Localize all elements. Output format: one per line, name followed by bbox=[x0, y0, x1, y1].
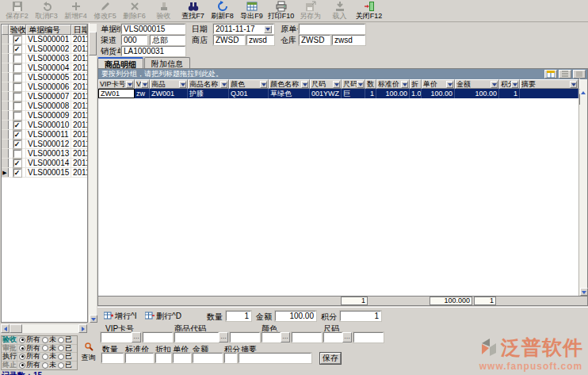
hscroll-thumb[interactable] bbox=[10, 324, 22, 333]
radio-done[interactable] bbox=[58, 345, 64, 351]
vip-name-input[interactable] bbox=[143, 332, 173, 342]
filter-arrow-icon[interactable] bbox=[141, 81, 148, 88]
size-name-input[interactable] bbox=[353, 332, 384, 342]
cell-discount[interactable]: 1.00 bbox=[410, 89, 422, 98]
tab-product-detail[interactable]: 商品明细 bbox=[97, 57, 143, 69]
cell-color-name[interactable]: 草绿色 bbox=[269, 89, 310, 98]
color-input[interactable] bbox=[262, 332, 281, 342]
vip-card-input[interactable] bbox=[101, 332, 132, 342]
color-name-input[interactable] bbox=[292, 332, 322, 342]
cell-size[interactable]: 001YWZ bbox=[310, 89, 342, 98]
vip-card-browse-button[interactable]: … bbox=[132, 332, 141, 342]
scroll-down-arrow[interactable] bbox=[90, 315, 97, 323]
sku-name-input[interactable] bbox=[230, 332, 260, 342]
filter-arrow-icon[interactable] bbox=[333, 81, 340, 88]
filter-arrow-icon[interactable] bbox=[179, 81, 186, 88]
date-combobox[interactable]: 2011-11-17 bbox=[213, 24, 274, 34]
scroll-down-arrow[interactable] bbox=[580, 288, 588, 296]
scroll-left-arrow[interactable] bbox=[1, 324, 10, 333]
col-header-qty[interactable]: 数 bbox=[365, 79, 376, 89]
points-input[interactable] bbox=[224, 353, 237, 363]
col-header-product[interactable]: 商品 bbox=[150, 79, 188, 89]
load-button[interactable]: 载入 bbox=[325, 0, 354, 21]
discount-input[interactable] bbox=[155, 353, 171, 363]
size-browse-button[interactable]: … bbox=[342, 332, 352, 342]
filter-arrow-icon[interactable] bbox=[570, 81, 577, 88]
accept-checkbox[interactable] bbox=[13, 112, 21, 120]
add-button[interactable]: 新增F4 bbox=[61, 0, 90, 21]
accept-checkbox[interactable] bbox=[13, 64, 21, 72]
col-header-points[interactable]: 积分 bbox=[499, 79, 520, 89]
accept-button[interactable]: 验收 bbox=[149, 0, 178, 21]
radio-done[interactable] bbox=[58, 354, 64, 360]
document-list-row[interactable]: ✓ VLS000002 2011-1 bbox=[2, 44, 87, 54]
scroll-up-arrow[interactable] bbox=[579, 78, 587, 105]
cell-product-name[interactable]: 护膝 bbox=[188, 89, 229, 98]
doc-no-input[interactable] bbox=[121, 24, 185, 34]
radio-done[interactable] bbox=[58, 362, 64, 369]
cell-amount[interactable]: 100.00 bbox=[455, 89, 499, 98]
delete-button[interactable]: 删除F6 bbox=[120, 0, 149, 21]
cancel-button[interactable]: 取消F3 bbox=[32, 0, 61, 21]
tab-extra-info[interactable]: 附加信息 bbox=[144, 57, 190, 69]
filter-arrow-icon[interactable] bbox=[220, 81, 227, 88]
doc-no-column-header[interactable]: 单据编号 bbox=[26, 25, 71, 35]
shop-name-input[interactable] bbox=[246, 35, 274, 45]
document-list-row[interactable]: VLS000008 2011-1 bbox=[2, 101, 87, 111]
check-column-header[interactable]: 验收 bbox=[9, 25, 26, 35]
col-header-price[interactable]: 单价 bbox=[422, 79, 455, 89]
radio-all[interactable] bbox=[19, 345, 25, 351]
col-header-size[interactable]: 尺码 bbox=[310, 79, 342, 89]
modify-button[interactable]: 修改F5 bbox=[90, 0, 120, 21]
col-header-discount[interactable]: 折 bbox=[410, 79, 422, 89]
sales-no-input[interactable] bbox=[121, 46, 185, 56]
cell-memo[interactable] bbox=[520, 89, 578, 98]
column-select-button[interactable] bbox=[544, 70, 557, 78]
accept-checkbox[interactable] bbox=[13, 150, 21, 158]
document-list-row[interactable]: VLS000006 2011-1 bbox=[2, 82, 87, 92]
accept-checkbox[interactable] bbox=[13, 102, 21, 110]
grid-selected-row[interactable]: ZW01 zw ZW001 护膝 QJ01 草绿色 001YWZ 巨 1 100… bbox=[98, 89, 578, 98]
radio-not[interactable] bbox=[42, 354, 48, 360]
col-header-amount[interactable]: 金额 bbox=[455, 79, 499, 89]
vscroll-thumb[interactable] bbox=[89, 32, 97, 55]
radio-all[interactable] bbox=[19, 337, 25, 343]
document-list-row[interactable]: VLS000007 2011-1 bbox=[2, 92, 87, 101]
date-column-header[interactable]: 日期 bbox=[71, 25, 87, 35]
cell-points[interactable]: 1 bbox=[499, 89, 520, 98]
scroll-right-arrow[interactable] bbox=[78, 324, 87, 333]
export-button[interactable]: 导出F9 bbox=[237, 0, 266, 21]
accept-checkbox[interactable] bbox=[13, 83, 21, 91]
document-list-row[interactable]: ✓ VLS000014 2011-1 bbox=[2, 159, 87, 168]
filter-arrow-icon[interactable] bbox=[260, 81, 267, 88]
radio-not[interactable] bbox=[42, 345, 48, 351]
filter-arrow-icon[interactable] bbox=[357, 81, 364, 88]
accept-checkbox[interactable]: ✓ bbox=[13, 45, 21, 53]
cell-qty[interactable]: 1 bbox=[365, 89, 376, 98]
radio-all[interactable] bbox=[19, 354, 25, 360]
accept-checkbox[interactable] bbox=[13, 55, 21, 63]
refresh-button[interactable]: 刷新F8 bbox=[208, 0, 237, 21]
accept-checkbox[interactable]: ✓ bbox=[13, 131, 21, 139]
filter-arrow-icon[interactable] bbox=[126, 81, 133, 88]
radio-not[interactable] bbox=[42, 337, 48, 343]
document-list-row[interactable]: ✓ VLS000011 2011-1 bbox=[2, 130, 87, 140]
save-as-button[interactable]: 另存为 bbox=[296, 0, 325, 21]
filter-arrow-icon[interactable] bbox=[491, 81, 498, 88]
std-price-input[interactable] bbox=[125, 353, 154, 363]
cell-price[interactable]: 100.00 bbox=[422, 89, 455, 98]
document-list-row[interactable]: VLS000009 2011-1 bbox=[2, 111, 87, 121]
col-header-product-name[interactable]: 商品名称 bbox=[188, 79, 229, 89]
filter-arrow-icon[interactable] bbox=[511, 81, 518, 88]
col-header-std-price[interactable]: 标准价 bbox=[376, 79, 410, 89]
cell-product[interactable]: ZW001 bbox=[150, 89, 188, 98]
channel-code-input[interactable] bbox=[121, 35, 147, 45]
find-button[interactable]: 查找F7 bbox=[178, 0, 208, 21]
grid-vscrollbar[interactable] bbox=[578, 79, 587, 296]
cell-vip[interactable]: zw bbox=[135, 89, 150, 98]
cell-std-price[interactable]: 100.00 bbox=[376, 89, 410, 98]
document-list-row[interactable]: ✓ VLS000012 2011-1 bbox=[2, 140, 87, 149]
accept-checkbox[interactable] bbox=[13, 74, 21, 82]
document-list-row[interactable]: ✓ VLS000010 2011-1 bbox=[2, 121, 87, 130]
document-list-row[interactable]: VLS000013 2011-1 bbox=[2, 149, 87, 159]
